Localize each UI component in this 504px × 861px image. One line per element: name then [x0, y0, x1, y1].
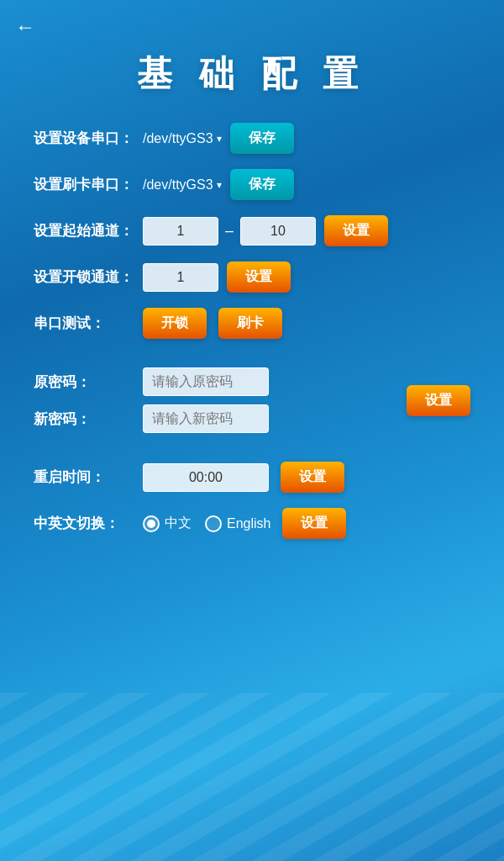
device-port-arrow: ▾: [217, 133, 222, 145]
password-set-button[interactable]: 设置: [407, 385, 470, 416]
chinese-radio-outer: [143, 515, 160, 532]
start-channel-row: 设置起始通道： – 设置: [34, 215, 470, 246]
serial-test-row: 串口测试： 开锁 刷卡: [34, 308, 470, 339]
restart-time-row: 重启时间： 设置: [34, 462, 470, 493]
device-port-row: 设置设备串口： /dev/ttyGS3 ▾ 保存: [34, 123, 470, 154]
start-channel-label: 设置起始通道：: [34, 221, 143, 240]
password-row: 原密码： 新密码： 设置: [34, 367, 470, 433]
card-port-value: /dev/ttyGS3 ▾: [143, 177, 222, 193]
language-radio-group: 中文 English: [143, 515, 270, 532]
chinese-radio-label[interactable]: 中文: [143, 515, 192, 532]
language-set-button[interactable]: 设置: [282, 508, 346, 539]
card-port-save-button[interactable]: 保存: [230, 169, 294, 200]
serial-test-label: 串口测试：: [34, 314, 143, 333]
language-label: 中英文切换：: [34, 514, 143, 533]
language-row: 中英文切换： 中文 English 设置: [34, 508, 470, 539]
start-channel-set-button[interactable]: 设置: [324, 215, 388, 246]
card-port-label: 设置刷卡串口：: [34, 175, 143, 194]
device-port-value: /dev/ttyGS3 ▾: [143, 131, 222, 146]
old-password-input[interactable]: [143, 367, 269, 396]
english-label-text: English: [227, 516, 270, 531]
old-password-label: 原密码：: [34, 372, 143, 392]
new-password-input[interactable]: [143, 404, 269, 433]
back-button[interactable]: ←: [15, 15, 35, 39]
card-test-button[interactable]: 刷卡: [218, 308, 282, 339]
restart-time-input[interactable]: [143, 463, 269, 492]
unlock-test-button[interactable]: 开锁: [143, 308, 207, 339]
start-channel-from-input[interactable]: [143, 217, 218, 246]
chinese-label-text: 中文: [165, 515, 192, 532]
device-port-label: 设置设备串口：: [34, 129, 143, 148]
page-title: 基 础 配 置: [0, 0, 504, 123]
unlock-channel-set-button[interactable]: 设置: [227, 261, 291, 293]
chinese-radio-inner: [147, 520, 155, 528]
restart-time-set-button[interactable]: 设置: [281, 462, 344, 493]
english-radio-label[interactable]: English: [205, 515, 270, 532]
device-port-save-button[interactable]: 保存: [230, 123, 294, 154]
start-channel-dash: –: [225, 222, 234, 240]
unlock-channel-label: 设置开锁通道：: [34, 267, 143, 287]
new-password-label: 新密码：: [34, 409, 143, 429]
card-port-row: 设置刷卡串口： /dev/ttyGS3 ▾ 保存: [34, 169, 470, 200]
restart-time-label: 重启时间：: [34, 467, 143, 487]
unlock-channel-row: 设置开锁通道： 设置: [34, 261, 470, 293]
card-port-arrow: ▾: [217, 179, 222, 191]
unlock-channel-input[interactable]: [143, 263, 218, 292]
start-channel-to-input[interactable]: [240, 217, 316, 246]
english-radio-outer: [205, 515, 222, 532]
